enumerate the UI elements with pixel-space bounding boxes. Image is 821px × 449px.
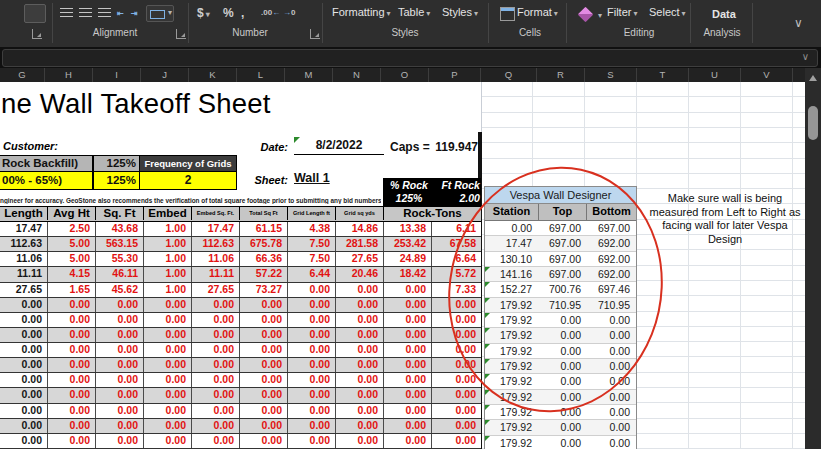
date-field[interactable]: 8/2/2022 bbox=[294, 137, 384, 155]
table-cell[interactable]: 112.63 bbox=[192, 237, 240, 251]
table-cell[interactable]: 0.00 bbox=[587, 405, 636, 419]
table-cell[interactable]: 179.92 bbox=[485, 390, 539, 404]
data-analysis-button[interactable]: Data bbox=[712, 8, 736, 20]
table-cell[interactable]: 179.92 bbox=[485, 298, 539, 312]
table-cell[interactable]: 6.64 bbox=[432, 252, 481, 266]
decrease-indent-icon[interactable]: ⇤ bbox=[117, 9, 124, 18]
table-cell[interactable]: 2.50 bbox=[48, 222, 96, 236]
table-cell[interactable]: 0.00 bbox=[288, 313, 336, 327]
table-cell[interactable]: 179.92 bbox=[485, 344, 539, 358]
table-cell[interactable]: 73.27 bbox=[240, 283, 288, 297]
table-cell[interactable]: 0.00 bbox=[48, 404, 96, 418]
table-cell[interactable]: 11.11 bbox=[192, 267, 240, 281]
table-cell[interactable]: 0.00 bbox=[288, 434, 336, 448]
table-cell[interactable]: 0.00 bbox=[96, 373, 144, 387]
clear-eraser-icon[interactable] bbox=[578, 7, 594, 23]
table-cell[interactable]: 0.00 bbox=[384, 283, 432, 297]
table-cell[interactable]: 24.89 bbox=[384, 252, 432, 266]
table-cell[interactable]: 112.63 bbox=[0, 237, 48, 251]
table-cell[interactable]: 179.92 bbox=[485, 328, 539, 342]
table-cell[interactable]: 0.00 bbox=[336, 328, 384, 342]
table-cell[interactable]: 0.00 bbox=[288, 358, 336, 372]
table-cell[interactable]: 0.00 bbox=[336, 298, 384, 312]
table-cell[interactable]: 0.00 bbox=[336, 388, 384, 402]
table-cell[interactable]: 0.00 bbox=[48, 419, 96, 433]
table-cell[interactable]: 0.00 bbox=[0, 328, 48, 342]
table-cell[interactable]: 0.00 bbox=[240, 434, 288, 448]
table-cell[interactable]: 0.00 bbox=[0, 358, 48, 372]
table-cell[interactable]: 14.86 bbox=[336, 222, 384, 236]
table-cell[interactable]: 0.00 bbox=[144, 298, 192, 312]
table-cell[interactable]: 0.00 bbox=[432, 328, 481, 342]
table-cell[interactable]: 0.00 bbox=[96, 404, 144, 418]
table-cell[interactable]: 20.46 bbox=[336, 267, 384, 281]
table-cell[interactable]: 0.00 bbox=[144, 343, 192, 357]
table-cell[interactable]: 0.00 bbox=[336, 343, 384, 357]
table-cell[interactable]: 43.68 bbox=[96, 222, 144, 236]
format-as-table-button[interactable]: Table▾ bbox=[398, 6, 430, 18]
table-cell[interactable]: 0.00 bbox=[587, 374, 636, 388]
table-cell[interactable]: 0.00 bbox=[240, 298, 288, 312]
decrease-decimal-icon[interactable]: →0 bbox=[283, 8, 295, 17]
table-cell[interactable]: 0.00 bbox=[96, 434, 144, 448]
table-cell[interactable]: 0.00 bbox=[0, 313, 48, 327]
table-cell[interactable]: 1.00 bbox=[144, 222, 192, 236]
table-cell[interactable]: 0.00 bbox=[336, 283, 384, 297]
table-cell[interactable]: 11.06 bbox=[0, 252, 48, 266]
table-cell[interactable]: 0.00 bbox=[192, 419, 240, 433]
table-cell[interactable]: 0.00 bbox=[288, 419, 336, 433]
table-cell[interactable]: 6.44 bbox=[288, 267, 336, 281]
vespa-col-bottom[interactable]: Bottom bbox=[587, 204, 636, 220]
table-cell[interactable]: 0.00 bbox=[485, 221, 539, 235]
table-cell[interactable]: 0.00 bbox=[144, 434, 192, 448]
table-cell[interactable]: 0.00 bbox=[587, 390, 636, 404]
table-cell[interactable]: 563.15 bbox=[96, 237, 144, 251]
spreadsheet-area[interactable]: ne Wall Takeoff Sheet Customer: Date: 8/… bbox=[0, 82, 805, 449]
table-cell[interactable]: 697.00 bbox=[539, 236, 587, 250]
table-cell[interactable]: 130.10 bbox=[485, 252, 539, 266]
table-cell[interactable]: 0.00 bbox=[192, 298, 240, 312]
table-cell[interactable]: 0.00 bbox=[432, 388, 481, 402]
table-cell[interactable]: 710.95 bbox=[539, 298, 587, 312]
col-header-length[interactable]: Length bbox=[0, 207, 48, 220]
table-cell[interactable]: 0.00 bbox=[432, 404, 481, 418]
table-cell[interactable]: 179.92 bbox=[485, 359, 539, 373]
table-cell[interactable]: 17.47 bbox=[192, 222, 240, 236]
table-cell[interactable]: 0.00 bbox=[539, 328, 587, 342]
table-cell[interactable]: 0.00 bbox=[144, 388, 192, 402]
table-cell[interactable]: 253.42 bbox=[384, 237, 432, 251]
table-cell[interactable]: 66.36 bbox=[240, 252, 288, 266]
collapse-ribbon-icon[interactable]: ∨ bbox=[794, 16, 803, 30]
table-cell[interactable]: 0.00 bbox=[0, 419, 48, 433]
alignment-dialog-launcher-icon[interactable] bbox=[176, 29, 186, 39]
table-cell[interactable]: 692.00 bbox=[587, 252, 636, 266]
filter-button[interactable]: Filter▾ bbox=[607, 6, 637, 18]
table-cell[interactable]: 0.00 bbox=[96, 358, 144, 372]
column-header-R[interactable]: R bbox=[537, 68, 585, 82]
table-cell[interactable]: 0.00 bbox=[336, 373, 384, 387]
table-cell[interactable]: 0.00 bbox=[539, 359, 587, 373]
column-header-O[interactable]: O bbox=[381, 68, 429, 82]
scrollbar-thumb[interactable] bbox=[808, 106, 818, 140]
table-cell[interactable]: 0.00 bbox=[48, 388, 96, 402]
table-cell[interactable]: 0.00 bbox=[288, 404, 336, 418]
table-cell[interactable]: 5.00 bbox=[48, 237, 96, 251]
table-cell[interactable]: 0.00 bbox=[587, 359, 636, 373]
table-cell[interactable]: 0.00 bbox=[539, 436, 587, 449]
table-cell[interactable]: 697.00 bbox=[539, 267, 587, 281]
column-header-J[interactable]: J bbox=[141, 68, 189, 82]
sheet-name-value[interactable]: Wall 1 bbox=[294, 171, 330, 185]
table-cell[interactable]: 0.00 bbox=[384, 298, 432, 312]
table-cell[interactable]: 675.78 bbox=[240, 237, 288, 251]
table-cell[interactable]: 0.00 bbox=[432, 358, 481, 372]
table-cell[interactable]: 0.00 bbox=[144, 313, 192, 327]
table-cell[interactable]: 0.00 bbox=[432, 313, 481, 327]
table-cell[interactable]: 0.00 bbox=[192, 388, 240, 402]
table-cell[interactable]: 0.00 bbox=[240, 328, 288, 342]
table-cell[interactable]: 0.00 bbox=[0, 388, 48, 402]
table-cell[interactable]: 1.00 bbox=[144, 252, 192, 266]
table-cell[interactable]: 17.47 bbox=[485, 236, 539, 250]
table-cell[interactable]: 0.00 bbox=[539, 390, 587, 404]
table-cell[interactable]: 179.92 bbox=[485, 420, 539, 434]
table-cell[interactable]: 0.00 bbox=[0, 298, 48, 312]
